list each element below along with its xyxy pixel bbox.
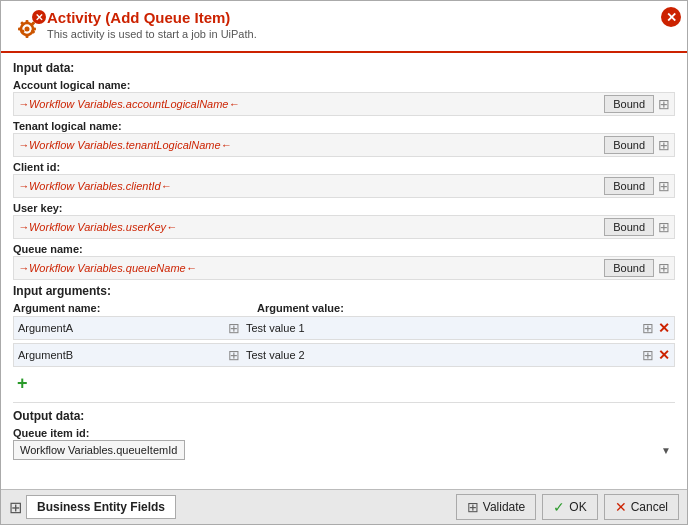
arg-cube2-icon-0[interactable]: ⊞ bbox=[642, 320, 654, 336]
svg-rect-6 bbox=[18, 28, 22, 31]
queue-item-id-dropdown-row: Workflow Variables.queueItemId ▼ bbox=[13, 440, 675, 460]
field-tenant: Tenant logical name: →Workflow Variables… bbox=[13, 120, 675, 157]
activity-gear-icon: ✕ bbox=[11, 9, 47, 45]
arg-name-1: ArgumentB bbox=[18, 349, 228, 361]
tenant-cube-icon[interactable]: ⊞ bbox=[658, 137, 670, 153]
client-cube-icon[interactable]: ⊞ bbox=[658, 178, 670, 194]
close-button[interactable]: ✕ bbox=[661, 7, 681, 27]
userkey-cube-icon[interactable]: ⊞ bbox=[658, 219, 670, 235]
dialog-content: Input data: Account logical name: →Workf… bbox=[1, 53, 687, 489]
add-argument-button[interactable]: + bbox=[17, 373, 28, 394]
queuename-label: Queue name: bbox=[13, 243, 675, 255]
args-col-name-header: Argument name: bbox=[13, 302, 233, 314]
queue-item-id-label: Queue item id: bbox=[13, 427, 675, 439]
arg-cube-icon-0[interactable]: ⊞ bbox=[228, 320, 240, 336]
arg-actions-1: ⊞ ✕ bbox=[642, 347, 670, 363]
activity-dialog: ✕ Activity (Add Queue Item) This activit… bbox=[0, 0, 688, 525]
queuename-cube-icon[interactable]: ⊞ bbox=[658, 260, 670, 276]
queue-item-id-select[interactable]: Workflow Variables.queueItemId bbox=[13, 440, 185, 460]
ok-button[interactable]: ✓ OK bbox=[542, 494, 597, 520]
input-arguments-label: Input arguments: bbox=[13, 284, 675, 298]
arg-delete-icon-1[interactable]: ✕ bbox=[658, 347, 670, 363]
title-text-group: Activity (Add Queue Item) This activity … bbox=[47, 9, 257, 40]
input-data-label: Input data: bbox=[13, 61, 675, 75]
account-cube-icon[interactable]: ⊞ bbox=[658, 96, 670, 112]
args-header: Argument name: Argument value: bbox=[13, 302, 675, 314]
dropdown-arrow-icon: ▼ bbox=[661, 445, 671, 456]
validate-icon: ⊞ bbox=[467, 499, 479, 515]
args-col-value-header: Argument value: bbox=[257, 302, 675, 314]
title-bar: ✕ Activity (Add Queue Item) This activit… bbox=[1, 1, 687, 53]
client-value: →Workflow Variables.clientId← bbox=[18, 180, 604, 192]
userkey-value: →Workflow Variables.userKey← bbox=[18, 221, 604, 233]
svg-point-3 bbox=[25, 27, 30, 32]
output-data-label: Output data: bbox=[13, 409, 675, 423]
cancel-icon: ✕ bbox=[615, 499, 627, 515]
svg-rect-5 bbox=[26, 34, 29, 38]
tenant-bound-button[interactable]: Bound bbox=[604, 136, 654, 154]
add-argument-row: + bbox=[13, 371, 675, 396]
cancel-button[interactable]: ✕ Cancel bbox=[604, 494, 679, 520]
field-client: Client id: →Workflow Variables.clientId←… bbox=[13, 161, 675, 198]
account-value: →Workflow Variables.accountLogicalName← bbox=[18, 98, 604, 110]
field-queuename: Queue name: →Workflow Variables.queueNam… bbox=[13, 243, 675, 280]
account-bound-button[interactable]: Bound bbox=[604, 95, 654, 113]
queuename-bound-button[interactable]: Bound bbox=[604, 259, 654, 277]
arg-row-1: ArgumentB ⊞ Test value 2 ⊞ ✕ bbox=[13, 343, 675, 367]
svg-text:✕: ✕ bbox=[35, 12, 43, 23]
svg-rect-4 bbox=[26, 20, 29, 24]
queue-item-id-wrapper: Workflow Variables.queueItemId ▼ bbox=[13, 440, 675, 460]
queuename-row: →Workflow Variables.queueName← Bound ⊞ bbox=[13, 256, 675, 280]
svg-rect-8 bbox=[20, 21, 25, 26]
userkey-label: User key: bbox=[13, 202, 675, 214]
client-label: Client id: bbox=[13, 161, 675, 173]
dialog-title: Activity (Add Queue Item) bbox=[47, 9, 257, 26]
output-section: Output data: Queue item id: Workflow Var… bbox=[13, 402, 675, 460]
queuename-value: →Workflow Variables.queueName← bbox=[18, 262, 604, 274]
userkey-row: →Workflow Variables.userKey← Bound ⊞ bbox=[13, 215, 675, 239]
arg-value-1: Test value 2 bbox=[246, 349, 642, 361]
dialog-subtitle: This activity is used to start a job in … bbox=[47, 28, 257, 40]
field-account: Account logical name: →Workflow Variable… bbox=[13, 79, 675, 116]
client-bound-button[interactable]: Bound bbox=[604, 177, 654, 195]
client-row: →Workflow Variables.clientId← Bound ⊞ bbox=[13, 174, 675, 198]
arguments-section: Input arguments: Argument name: Argument… bbox=[13, 284, 675, 396]
arg-value-0: Test value 1 bbox=[246, 322, 642, 334]
tenant-row: →Workflow Variables.tenantLogicalName← B… bbox=[13, 133, 675, 157]
validate-button[interactable]: ⊞ Validate bbox=[456, 494, 536, 520]
tenant-label: Tenant logical name: bbox=[13, 120, 675, 132]
ok-label: OK bbox=[569, 500, 586, 514]
arg-actions-0: ⊞ ✕ bbox=[642, 320, 670, 336]
account-row: →Workflow Variables.accountLogicalName← … bbox=[13, 92, 675, 116]
arg-cube2-icon-1[interactable]: ⊞ bbox=[642, 347, 654, 363]
arg-cube-icon-1[interactable]: ⊞ bbox=[228, 347, 240, 363]
arg-delete-icon-0[interactable]: ✕ bbox=[658, 320, 670, 336]
tenant-value: →Workflow Variables.tenantLogicalName← bbox=[18, 139, 604, 151]
bottom-right-group: ⊞ Validate ✓ OK ✕ Cancel bbox=[456, 494, 679, 520]
field-userkey: User key: →Workflow Variables.userKey← B… bbox=[13, 202, 675, 239]
business-entity-button[interactable]: Business Entity Fields bbox=[26, 495, 176, 519]
bottom-bar: ⊞ Business Entity Fields ⊞ Validate ✓ OK… bbox=[1, 489, 687, 524]
arg-name-0: ArgumentA bbox=[18, 322, 228, 334]
cancel-label: Cancel bbox=[631, 500, 668, 514]
validate-label: Validate bbox=[483, 500, 525, 514]
bottom-left-group: ⊞ Business Entity Fields bbox=[9, 495, 450, 519]
account-label: Account logical name: bbox=[13, 79, 675, 91]
ok-icon: ✓ bbox=[553, 499, 565, 515]
arg-row-0: ArgumentA ⊞ Test value 1 ⊞ ✕ bbox=[13, 316, 675, 340]
bottom-cube-icon: ⊞ bbox=[9, 498, 22, 517]
userkey-bound-button[interactable]: Bound bbox=[604, 218, 654, 236]
